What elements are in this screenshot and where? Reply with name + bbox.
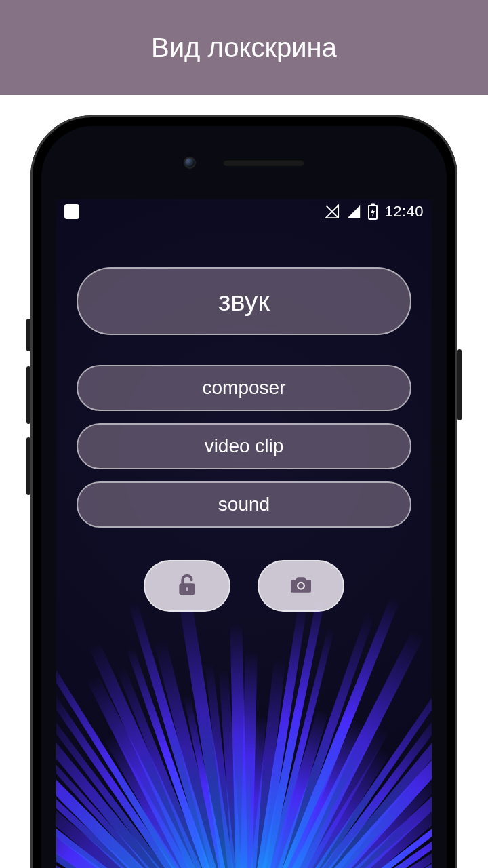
cell-signal-icon <box>346 204 361 219</box>
phone-side-button <box>26 366 30 424</box>
phone-side-button <box>26 437 30 495</box>
svg-rect-4 <box>185 586 188 592</box>
status-time: 12:40 <box>384 203 424 220</box>
option-label: sound <box>218 494 270 515</box>
option-pill-1[interactable]: video clip <box>77 423 411 469</box>
banner-title: Вид локскрина <box>151 33 337 63</box>
phone-bezel: 12:40 звук composer video clip sound <box>41 126 447 868</box>
camera-button[interactable] <box>258 560 344 612</box>
stage: 12:40 звук composer video clip sound <box>0 95 488 868</box>
action-row <box>144 560 344 612</box>
phone-screen: 12:40 звук composer video clip sound <box>56 199 432 868</box>
unlock-button[interactable] <box>144 560 230 612</box>
option-label: video clip <box>205 435 284 457</box>
svg-rect-2 <box>371 204 375 206</box>
primary-word-pill[interactable]: звук <box>77 267 411 335</box>
camera-icon <box>287 571 314 601</box>
phone-side-button <box>458 349 462 420</box>
top-banner: Вид локскрина <box>0 0 488 95</box>
primary-word-label: звук <box>218 286 270 317</box>
option-label: composer <box>203 377 286 399</box>
battery-charging-icon <box>368 203 378 220</box>
front-camera-icon <box>184 157 196 169</box>
phone-side-button <box>26 319 30 351</box>
phone-frame: 12:40 звук composer video clip sound <box>30 115 458 868</box>
status-bar: 12:40 <box>56 199 432 224</box>
lockscreen-content: звук composer video clip sound <box>56 267 432 612</box>
svg-point-6 <box>298 583 303 588</box>
no-signal-icon <box>325 204 340 219</box>
speaker-slot-icon <box>223 159 304 166</box>
option-pill-2[interactable]: sound <box>77 481 411 528</box>
unlock-icon <box>174 571 201 601</box>
option-pill-0[interactable]: composer <box>77 365 411 411</box>
notification-icon <box>64 204 79 219</box>
phone-earpiece-area <box>41 126 447 199</box>
